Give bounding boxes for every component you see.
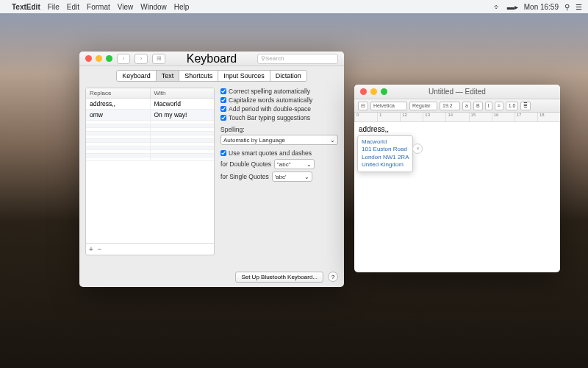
align-button[interactable]: ≡ [495, 102, 503, 110]
size-select[interactable]: 19.2 [440, 102, 460, 110]
minimize-button[interactable] [370, 88, 377, 95]
forward-button[interactable]: › [135, 54, 148, 64]
check-period[interactable]: Add period with double-space [220, 105, 338, 113]
zoom-button[interactable] [381, 88, 387, 95]
bluetooth-keyboard-button[interactable]: Set Up Bluetooth Keyboard... [235, 272, 323, 283]
replacements-table: ReplaceWith address,,Macworld omwOn my w… [85, 88, 215, 255]
menubar: TextEdit File Edit Format View Window He… [0, 0, 588, 13]
spotlight-icon[interactable]: ⚲ [564, 3, 570, 11]
prefs-tabs: Keyboard Text Shortcuts Input Sources Di… [79, 66, 344, 85]
autocomplete-close[interactable]: × [412, 144, 423, 154]
app-name[interactable]: TextEdit [12, 3, 40, 11]
close-button[interactable] [360, 88, 367, 95]
bold-button[interactable]: B [473, 102, 483, 110]
spelling-select[interactable]: Automatic by Language⌄ [220, 135, 338, 145]
tab-shortcuts[interactable]: Shortcuts [179, 71, 218, 81]
italic-button[interactable]: I [485, 102, 492, 110]
tab-text[interactable]: Text [157, 71, 180, 81]
remove-button[interactable]: − [98, 245, 102, 253]
grid-button[interactable]: ⊞ [152, 54, 165, 64]
minimize-button[interactable] [96, 55, 102, 62]
search-input[interactable]: ⚲ Search [257, 54, 338, 64]
ruler[interactable]: 0112131415161718 [354, 113, 560, 122]
double-quotes-label: for Double Quotes [220, 160, 271, 168]
single-quotes-label: for Single Quotes [220, 173, 269, 180]
autocomplete-popup[interactable]: Macworld 101 Euston Road London NW1 2RA … [357, 135, 413, 172]
col-with[interactable]: With [151, 88, 215, 98]
zoom-button[interactable] [106, 55, 112, 62]
table-row[interactable]: address,,Macworld [86, 99, 214, 110]
menu-format[interactable]: Format [87, 3, 110, 11]
typed-text: address,, [359, 125, 389, 133]
list-button[interactable]: ≣ [520, 102, 531, 110]
menu-window[interactable]: Window [140, 3, 167, 11]
options-panel: Correct spelling automatically Capitaliz… [220, 88, 338, 255]
check-capitalize[interactable]: Capitalize words automatically [220, 96, 338, 104]
notification-icon[interactable]: ☰ [576, 3, 582, 11]
back-button[interactable]: ‹ [117, 54, 130, 64]
double-quotes-select[interactable]: "abc"⌄ [274, 159, 315, 169]
spacing-select[interactable]: 1.0 [506, 102, 519, 110]
text-area[interactable]: address,, Macworld 101 Euston Road Londo… [354, 122, 560, 136]
tab-keyboard[interactable]: Keyboard [117, 71, 157, 81]
single-quotes-select[interactable]: 'abc'⌄ [272, 171, 312, 182]
help-button[interactable]: ? [328, 272, 338, 282]
check-touchbar[interactable]: Touch Bar typing suggestions [220, 114, 338, 121]
color-button[interactable]: a [462, 102, 471, 110]
textedit-window: Untitled — Edited ⊟ Helvetica Regular 19… [354, 85, 560, 272]
textedit-toolbar: ⊟ Helvetica Regular 19.2 a B I ≡ 1.0 ≣ [354, 99, 560, 113]
menu-file[interactable]: File [48, 3, 60, 11]
wifi-icon[interactable]: ᯤ [494, 3, 501, 11]
menu-help[interactable]: Help [174, 3, 190, 11]
add-button[interactable]: + [89, 245, 93, 253]
menu-edit[interactable]: Edit [67, 3, 79, 11]
prefs-toolbar: ‹ › ⊞ Keyboard ⚲ Search [79, 52, 344, 66]
spelling-label: Spelling: [220, 126, 338, 133]
clock[interactable]: Mon 16:59 [524, 3, 559, 11]
battery-icon[interactable]: ▬▸ [507, 3, 518, 11]
menu-view[interactable]: View [118, 3, 134, 11]
font-select[interactable]: Helvetica [370, 102, 407, 110]
prefs-window: ‹ › ⊞ Keyboard ⚲ Search Keyboard Text Sh… [79, 52, 344, 287]
check-correct-spelling[interactable]: Correct spelling automatically [220, 88, 338, 95]
ruler-icon[interactable]: ⊟ [358, 102, 368, 110]
style-select[interactable]: Regular [409, 102, 437, 110]
table-row[interactable]: omwOn my way! [86, 110, 214, 121]
tab-dictation[interactable]: Dictation [270, 71, 306, 81]
check-smart-quotes[interactable]: Use smart quotes and dashes [220, 149, 338, 157]
close-button[interactable] [85, 55, 92, 62]
tab-input-sources[interactable]: Input Sources [218, 71, 270, 81]
col-replace[interactable]: Replace [86, 88, 151, 98]
